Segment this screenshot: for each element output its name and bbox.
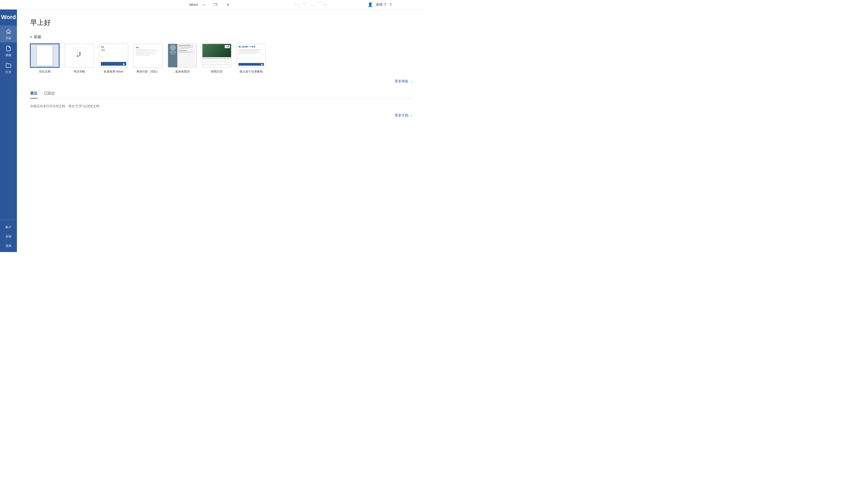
minimize-button[interactable]: —: [197, 0, 210, 10]
template-photocal[interactable]: 一月: [202, 44, 231, 73]
welcome-aa: Aa: [101, 46, 126, 48]
cal-c3: [211, 61, 215, 62]
template-calligraphy[interactable]: 书法字帖: [65, 44, 94, 73]
resume-rline1: [178, 45, 191, 46]
cal-c7: [227, 61, 231, 62]
template-welcome[interactable]: Aa 浏览 ▶ 欢迎使用 Word: [99, 44, 128, 73]
resume-line2: [170, 52, 176, 53]
user-info-area: 👤 家雄 丁 ?: [368, 0, 392, 9]
cal-h5: [219, 58, 222, 59]
resume-rline4: [178, 48, 189, 49]
cal-c11: [215, 64, 219, 66]
template-calligraphy-label: 书法字帖: [73, 70, 85, 73]
template-photocal-thumb: 一月: [202, 44, 231, 68]
single-line5: [136, 55, 150, 55]
close-button[interactable]: ✕: [222, 0, 234, 10]
template-toc-label: 插入首个目录教程: [239, 70, 263, 73]
sidebar-item-open[interactable]: 打开: [0, 59, 17, 76]
more-templates-link[interactable]: 更多模板 →: [395, 79, 413, 84]
cal-c14: [227, 64, 231, 66]
new-doc-icon: [5, 46, 12, 52]
resume-rline6: [178, 51, 193, 52]
sidebar-logo: Word: [0, 10, 17, 24]
resume-rline5: [178, 50, 187, 51]
template-toc[interactable]: 插入你的第一个目录 ▶ 插入首个目录教程: [237, 44, 266, 73]
single-line2: [136, 51, 158, 51]
sidebar-item-new[interactable]: 新建: [0, 42, 17, 59]
svg-point-0: [298, 6, 300, 8]
single-line4: [136, 53, 157, 54]
user-avatar-icon: 👤: [368, 2, 373, 7]
new-section-header[interactable]: ▾ 新建: [30, 35, 413, 39]
cal-month: 一月: [225, 45, 230, 48]
title-bar: Word 👤 家雄 丁 ? — ❐ ✕: [0, 0, 424, 10]
resume-line3: [170, 54, 175, 54]
resume-right: [177, 44, 197, 67]
sidebar-item-home[interactable]: 开始: [0, 25, 17, 42]
svg-point-2: [314, 6, 316, 8]
more-docs-arrow: →: [410, 113, 413, 118]
home-icon: [5, 29, 12, 35]
single-line3: [136, 52, 153, 53]
resume-avatar: [170, 45, 176, 50]
template-blank-label: 空白文档: [39, 70, 51, 73]
svg-point-5: [80, 55, 81, 56]
template-blank-thumb: [30, 44, 59, 68]
template-single-label: 单倍行距（空白）: [136, 70, 160, 73]
app-body: Word 开始: [0, 10, 424, 252]
welcome-bar-arrow: ▶: [123, 62, 125, 66]
cal-c13: [223, 64, 227, 66]
more-templates-label: 更多模板: [395, 79, 409, 84]
more-templates-arrow: →: [410, 79, 413, 84]
single-line1: [136, 50, 155, 50]
sidebar-item-feedback[interactable]: 反馈: [0, 231, 17, 240]
resume-rline7: [178, 52, 191, 53]
cal-h4: [215, 58, 219, 59]
restore-button[interactable]: ❐: [210, 0, 222, 10]
template-resume-label: 蓝灰色简历: [175, 70, 190, 73]
cal-c2: [207, 61, 211, 62]
template-calligraphy-thumb: [65, 44, 94, 68]
sidebar-item-options[interactable]: 选项: [0, 240, 17, 250]
single-aa: Aa: [136, 46, 160, 49]
folder-icon: [5, 62, 12, 69]
cal-c12: [219, 64, 222, 66]
cal-c5: [219, 61, 222, 62]
template-toc-thumb: 插入你的第一个目录 ▶: [237, 44, 266, 68]
svg-point-1: [304, 5, 306, 6]
sidebar: Word 开始: [0, 10, 17, 252]
sidebar-item-new-label: 新建: [5, 53, 12, 57]
cal-photo: 一月: [202, 44, 231, 57]
welcome-bar: ▶: [101, 62, 126, 66]
cal-h6: [223, 58, 227, 59]
template-blank[interactable]: 空白文档: [30, 44, 59, 73]
sidebar-item-open-label: 打开: [5, 70, 12, 74]
more-templates-area: 更多模板 →: [30, 78, 413, 84]
toc-line1: [238, 50, 261, 50]
sidebar-options-label: 选项: [5, 244, 12, 248]
cal-h3: [211, 58, 215, 59]
more-docs-link[interactable]: 更多文档 →: [395, 113, 413, 118]
tab-recent[interactable]: 最近: [30, 91, 38, 98]
sidebar-item-home-label: 开始: [5, 36, 12, 40]
template-photocal-label: 快照日历: [211, 70, 222, 73]
resume-rline3: [178, 47, 192, 48]
empty-state-message: 你最近尚未打开任何文档。单击"打开"以浏览文档。: [30, 104, 413, 109]
cal-c6: [223, 61, 227, 62]
cal-h7: [227, 58, 231, 59]
cal-c4: [215, 61, 219, 62]
cal-c9: [207, 64, 211, 66]
template-welcome-thumb: Aa 浏览 ▶: [99, 44, 128, 68]
template-welcome-label: 欢迎使用 Word: [104, 70, 123, 73]
template-resume[interactable]: 蓝灰色简历: [168, 44, 197, 73]
cal-c8: [203, 64, 207, 66]
birds-decoration: [291, 0, 334, 10]
cal-h2: [207, 58, 211, 59]
sidebar-item-account[interactable]: 帐户: [0, 222, 17, 231]
cal-c1: [203, 61, 207, 62]
more-docs-area: 更多文档 →: [30, 113, 413, 118]
cal-h1: [203, 58, 207, 59]
help-icon[interactable]: ?: [390, 3, 392, 6]
tab-pinned[interactable]: 已固定: [44, 91, 55, 98]
template-single[interactable]: Aa 单倍行距（空白）: [133, 44, 163, 73]
